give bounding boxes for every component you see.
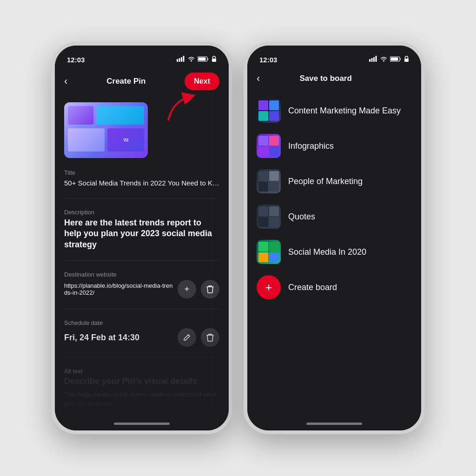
left-phone: 12:03 (51, 42, 232, 434)
schedule-label: Schedule date (64, 319, 219, 326)
nav-bar-left: ‹ Create Pin Next (55, 69, 229, 95)
nav-title-left: Create Pin (106, 77, 145, 86)
schedule-row: Fri, 24 Feb at 14:30 (64, 328, 219, 347)
board-item-2[interactable]: Infographics (247, 128, 421, 164)
svg-rect-10 (371, 58, 373, 62)
lock-icon-right (404, 56, 409, 63)
create-board-icon: + (257, 275, 281, 299)
svg-rect-7 (212, 59, 216, 62)
board-thumb-4 (257, 205, 281, 229)
alt-text-placeholder[interactable]: Describe your Pin's visual details (64, 377, 219, 386)
schedule-section: Schedule date Fri, 24 Feb at 14:30 (64, 319, 219, 347)
destination-section: Destination website https://planable.io/… (64, 271, 219, 298)
signal-icon-right (369, 56, 377, 63)
title-value[interactable]: 50+ Social Media Trends in 2022 You Need… (64, 178, 219, 188)
status-icons-right (369, 56, 409, 63)
svg-rect-12 (376, 56, 377, 62)
right-phone: 12:03 (244, 42, 425, 434)
divider-2 (64, 260, 219, 261)
svg-rect-0 (177, 59, 178, 62)
create-board-item[interactable]: + Create board (247, 270, 421, 305)
notch-right (304, 46, 364, 61)
title-label: Title (64, 169, 219, 176)
board-thumb-2 (257, 134, 281, 158)
board-item-3[interactable]: People of Marketing (247, 164, 421, 199)
description-section: Description Here are the latest trends r… (64, 209, 219, 250)
board-name-1: Content Marketing Made Easy (288, 106, 401, 116)
notch (112, 46, 172, 61)
arrow-annotation (164, 87, 201, 126)
bottom-fade-right (247, 324, 421, 416)
svg-rect-1 (179, 58, 180, 62)
divider-3 (64, 309, 219, 309)
board-name-2: Infographics (288, 141, 334, 151)
wifi-icon (187, 56, 195, 63)
status-icons-left (177, 56, 217, 63)
svg-rect-9 (369, 59, 370, 62)
create-pin-content: '22 Title 50+ Social Media Trends in 202… (55, 95, 229, 416)
board-list: Content Marketing Made Easy Infographics (247, 89, 421, 309)
add-url-button[interactable]: + (178, 280, 196, 298)
home-indicator-right (247, 416, 421, 430)
schedule-date-value: Fri, 24 Feb at 14:30 (64, 333, 139, 343)
status-time-right: 12:03 (259, 56, 277, 64)
delete-schedule-button[interactable] (201, 328, 219, 347)
alt-text-label: Alt text (64, 368, 219, 375)
battery-icon-right (390, 56, 402, 63)
destination-row: https://planable.io/blog/social-media-tr… (64, 280, 219, 298)
board-thumb-5 (257, 240, 281, 264)
board-item-4[interactable]: Quotes (247, 199, 421, 234)
svg-point-13 (383, 60, 384, 62)
status-time-left: 12:03 (67, 56, 85, 64)
home-indicator-left (55, 416, 229, 430)
signal-icon (177, 56, 185, 63)
back-button-right[interactable]: ‹ (257, 73, 260, 85)
alt-text-hint: This helps people using screen readers u… (64, 390, 219, 408)
svg-rect-16 (404, 59, 409, 62)
svg-point-4 (191, 60, 192, 62)
schedule-action-icons (178, 328, 219, 347)
title-section: Title 50+ Social Media Trends in 2022 Yo… (64, 169, 219, 188)
description-value[interactable]: Here are the latest trends report to hel… (64, 218, 219, 250)
nav-bar-right: ‹ Save to board (247, 69, 421, 89)
battery-icon (198, 56, 209, 63)
svg-rect-3 (183, 56, 185, 62)
destination-url: https://planable.io/blog/social-media-tr… (64, 282, 173, 296)
create-board-label: Create board (288, 283, 337, 292)
description-label: Description (64, 209, 219, 216)
board-thumb-1 (257, 99, 281, 123)
pin-image: '22 (64, 102, 148, 158)
board-name-4: Quotes (288, 212, 315, 222)
back-button-left[interactable]: ‹ (64, 75, 67, 87)
board-item-5[interactable]: Social Media In 2020 (247, 234, 421, 270)
svg-rect-11 (373, 57, 375, 62)
divider-4 (64, 357, 219, 357)
svg-rect-15 (391, 57, 398, 60)
board-item-1[interactable]: Content Marketing Made Easy (247, 93, 421, 128)
delete-url-button[interactable] (201, 280, 219, 298)
divider-1 (64, 198, 219, 198)
svg-rect-6 (198, 57, 206, 60)
lock-icon (212, 56, 217, 63)
wifi-icon-right (380, 56, 388, 63)
destination-label: Destination website (64, 271, 219, 278)
edit-schedule-button[interactable] (178, 328, 196, 347)
nav-title-right: Save to board (299, 74, 351, 83)
alt-text-section: Alt text Describe your Pin's visual deta… (64, 368, 219, 408)
board-thumb-3 (257, 169, 281, 193)
svg-rect-2 (181, 57, 182, 62)
board-name-5: Social Media In 2020 (288, 247, 366, 257)
board-name-3: People of Marketing (288, 177, 363, 186)
